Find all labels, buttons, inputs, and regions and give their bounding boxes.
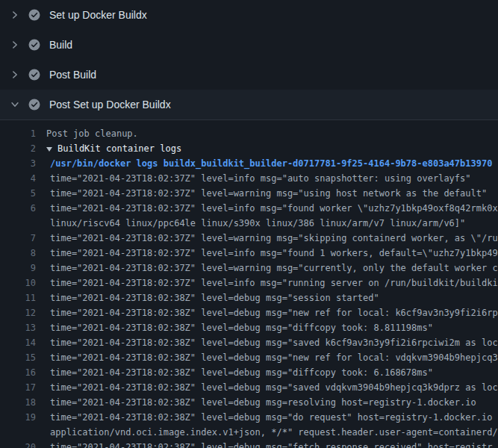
log-text: application/vnd.oci.image.index.v1+json,…	[46, 425, 498, 440]
line-number[interactable]: 14	[0, 335, 46, 350]
log-text: time="2021-04-23T18:02:37Z" level=info m…	[46, 171, 498, 186]
line-number-empty	[0, 425, 46, 440]
log-text: BuildKit container logs	[57, 141, 498, 156]
log-text: /usr/bin/docker logs buildx_buildkit_bui…	[46, 156, 498, 171]
line-number[interactable]: 6	[0, 201, 46, 216]
log-panel: 1 Post job cleanup. 2 BuildKit container…	[0, 120, 498, 448]
line-number[interactable]: 7	[0, 231, 46, 246]
check-circle-icon	[28, 69, 40, 81]
log-text: time="2021-04-23T18:02:38Z" level=debug …	[46, 365, 498, 380]
check-circle-icon	[28, 39, 40, 51]
step-section-header[interactable]: Set up Docker Buildx	[0, 0, 498, 30]
line-number[interactable]: 2	[0, 141, 46, 156]
log-text: time="2021-04-23T18:02:37Z" level=info m…	[46, 276, 498, 290]
log-line: 11 time="2021-04-23T18:02:38Z" level=deb…	[0, 290, 498, 305]
line-number[interactable]: 4	[0, 171, 46, 186]
log-text: time="2021-04-23T18:02:38Z" level=debug …	[46, 335, 498, 350]
line-number[interactable]: 9	[0, 261, 46, 276]
log-text: time="2021-04-23T18:02:38Z" level=debug …	[46, 380, 498, 395]
log-text: time="2021-04-23T18:02:37Z" level=info m…	[46, 201, 498, 216]
line-number[interactable]: 12	[0, 305, 46, 320]
log-line: 20 time="2021-04-23T18:02:38Z" level=deb…	[0, 440, 498, 448]
log-line: 5 time="2021-04-23T18:02:37Z" level=warn…	[0, 186, 498, 201]
log-line-continuation: linux/riscv64 linux/ppc64le linux/s390x …	[0, 216, 498, 231]
log-group-header[interactable]: 2 BuildKit container logs	[0, 141, 498, 156]
log-text: time="2021-04-23T18:02:37Z" level=warnin…	[46, 186, 498, 201]
log-line: 14 time="2021-04-23T18:02:38Z" level=deb…	[0, 335, 498, 350]
log-line: 15 time="2021-04-23T18:02:38Z" level=deb…	[0, 350, 498, 365]
log-line: 3 /usr/bin/docker logs buildx_buildkit_b…	[0, 156, 498, 171]
log-line: 7 time="2021-04-23T18:02:37Z" level=warn…	[0, 231, 498, 246]
log-line: 17 time="2021-04-23T18:02:38Z" level=deb…	[0, 380, 498, 395]
step-section-header[interactable]: Post Build	[0, 60, 498, 90]
chevron-down-icon[interactable]	[9, 99, 21, 111]
line-number[interactable]: 13	[0, 320, 46, 335]
steps-list: Set up Docker Buildx Build Post Build Po…	[0, 0, 498, 120]
line-number[interactable]: 10	[0, 276, 46, 290]
line-number[interactable]: 11	[0, 290, 46, 305]
chevron-right-icon[interactable]	[9, 39, 21, 51]
log-line: 16 time="2021-04-23T18:02:38Z" level=deb…	[0, 365, 498, 380]
log-text: time="2021-04-23T18:02:38Z" level=debug …	[46, 350, 498, 365]
log-text: time="2021-04-23T18:02:38Z" level=debug …	[46, 410, 498, 425]
chevron-right-icon[interactable]	[9, 69, 21, 81]
line-number[interactable]: 5	[0, 186, 46, 201]
log-text: time="2021-04-23T18:02:38Z" level=debug …	[46, 395, 498, 410]
step-section-header[interactable]: Build	[0, 30, 498, 60]
step-name: Post Set up Docker Buildx	[49, 99, 171, 111]
line-number-empty	[0, 216, 46, 231]
step-section-header[interactable]: Post Set up Docker Buildx	[0, 90, 498, 120]
log-text: time="2021-04-23T18:02:38Z" level=debug …	[46, 290, 498, 305]
line-number[interactable]: 16	[0, 365, 46, 380]
line-number[interactable]: 18	[0, 395, 46, 410]
log-text: time="2021-04-23T18:02:37Z" level=warnin…	[46, 261, 498, 276]
group-caret-icon[interactable]	[46, 147, 52, 152]
check-circle-icon	[28, 99, 40, 111]
log-line: 1 Post job cleanup.	[0, 126, 498, 141]
log-line: 8 time="2021-04-23T18:02:37Z" level=info…	[0, 246, 498, 261]
log-line: 9 time="2021-04-23T18:02:37Z" level=warn…	[0, 261, 498, 276]
log-text: time="2021-04-23T18:02:37Z" level=info m…	[46, 246, 498, 261]
step-name: Set up Docker Buildx	[49, 9, 147, 21]
log-text: time="2021-04-23T18:02:38Z" level=debug …	[46, 305, 498, 320]
check-circle-icon	[28, 9, 40, 21]
log-text: linux/riscv64 linux/ppc64le linux/s390x …	[46, 216, 498, 231]
log-line: 6 time="2021-04-23T18:02:37Z" level=info…	[0, 201, 498, 216]
log-text: Post job cleanup.	[46, 126, 498, 141]
log-line: 13 time="2021-04-23T18:02:38Z" level=deb…	[0, 320, 498, 335]
log-line: 4 time="2021-04-23T18:02:37Z" level=info…	[0, 171, 498, 186]
log-text: time="2021-04-23T18:02:37Z" level=warnin…	[46, 231, 498, 246]
line-number[interactable]: 19	[0, 410, 46, 425]
log-line: 19 time="2021-04-23T18:02:38Z" level=deb…	[0, 410, 498, 425]
log-text: time="2021-04-23T18:02:38Z" level=debug …	[46, 440, 498, 448]
line-number[interactable]: 8	[0, 246, 46, 261]
line-number[interactable]: 20	[0, 440, 46, 448]
line-number[interactable]: 3	[0, 156, 46, 171]
log-text: time="2021-04-23T18:02:38Z" level=debug …	[46, 320, 498, 335]
log-line: 18 time="2021-04-23T18:02:38Z" level=deb…	[0, 395, 498, 410]
log-line: 10 time="2021-04-23T18:02:37Z" level=inf…	[0, 276, 498, 290]
log-line-continuation: application/vnd.oci.image.index.v1+json,…	[0, 425, 498, 440]
step-name: Build	[49, 39, 72, 51]
step-name: Post Build	[49, 69, 96, 81]
line-number[interactable]: 15	[0, 350, 46, 365]
log-line: 12 time="2021-04-23T18:02:38Z" level=deb…	[0, 305, 498, 320]
workflow-log-viewer: Set up Docker Buildx Build Post Build Po…	[0, 0, 498, 448]
line-number[interactable]: 17	[0, 380, 46, 395]
chevron-right-icon[interactable]	[9, 9, 21, 21]
line-number[interactable]: 1	[0, 126, 46, 141]
